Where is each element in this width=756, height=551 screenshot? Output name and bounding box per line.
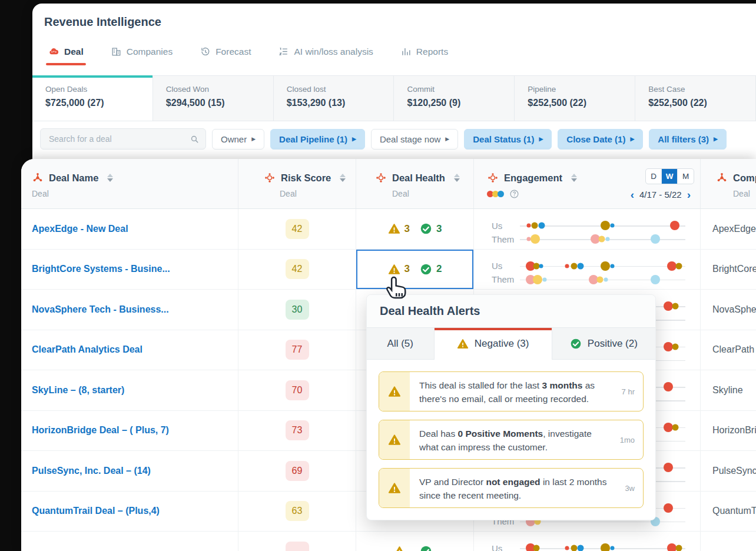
engagement-dot bbox=[565, 264, 569, 268]
deal-name-link[interactable]: ClearPath Analytics Deal bbox=[32, 344, 142, 355]
companies-icon bbox=[111, 46, 122, 57]
risk-score-badge bbox=[286, 542, 309, 551]
column-header-engagement[interactable]: Engagement DWM ‹ 4/17 - 5/22 › bbox=[474, 159, 701, 208]
engagement-dot bbox=[651, 275, 660, 284]
deal-name-link[interactable]: SkyLine – (8, starter) bbox=[32, 385, 124, 396]
freddy-ai-icon bbox=[487, 172, 499, 184]
us-label: Us bbox=[492, 543, 520, 551]
filter-chip-owner[interactable]: Owner▶ bbox=[212, 129, 264, 150]
popup-tab-negative-3-[interactable]: Negative (3) bbox=[435, 328, 552, 360]
filter-chip-deal-status-1-[interactable]: Deal Status (1)▶ bbox=[464, 129, 552, 150]
summary-card-open-deals[interactable]: Open Deals$725,000 (27) bbox=[32, 76, 153, 121]
header-panel: Revenue Intelligence DealCompaniesForeca… bbox=[32, 4, 756, 159]
sort-control[interactable] bbox=[454, 174, 460, 182]
hubspot-sprocket-icon bbox=[32, 172, 44, 184]
filter-chip-deal-stage-now[interactable]: Deal stage now▶ bbox=[371, 129, 458, 150]
reports-icon bbox=[400, 46, 412, 57]
summary-cards: Open Deals$725,000 (27)Closed Won$294,50… bbox=[32, 75, 756, 121]
filter-chip-all-filters-3-[interactable]: All filters (3)▶ bbox=[649, 129, 727, 150]
engagement-cell[interactable]: UsThem bbox=[474, 209, 701, 249]
us-timeline bbox=[520, 542, 685, 551]
risk-score-badge: 70 bbox=[286, 380, 309, 400]
deal-search[interactable] bbox=[40, 128, 206, 150]
popup-tab-all-5-[interactable]: All (5) bbox=[367, 328, 435, 360]
period-option-w[interactable]: W bbox=[662, 169, 678, 184]
chevron-right-icon: ▶ bbox=[714, 136, 718, 142]
engagement-dot bbox=[611, 224, 615, 228]
engagement-cell[interactable]: UsThem bbox=[474, 250, 701, 290]
summary-card-pipeline[interactable]: Pipeline$252,500 (22) bbox=[515, 76, 635, 121]
warning-icon bbox=[388, 263, 400, 276]
summary-card-commit[interactable]: Commit$120,250 (9) bbox=[394, 76, 515, 121]
company-name: PulseSync bbox=[712, 466, 756, 476]
period-option-d[interactable]: D bbox=[646, 169, 662, 184]
tab-deal[interactable]: Deal bbox=[48, 46, 84, 65]
table-row: BrightCore Systems - Busine...4232UsThem… bbox=[21, 250, 756, 290]
deal-name-link[interactable]: PulseSync, Inc. Deal – (14) bbox=[32, 466, 151, 476]
filter-chip-deal-pipeline-1-[interactable]: Deal Pipeline (1)▶ bbox=[270, 129, 365, 150]
chip-label: Deal stage now bbox=[380, 134, 440, 144]
sort-control[interactable] bbox=[340, 174, 346, 182]
deal-name-link[interactable]: BrightCore Systems - Busine... bbox=[32, 264, 170, 274]
column-header-deal-health[interactable]: Deal Health Deal bbox=[356, 159, 474, 208]
column-header-deal-name[interactable]: Deal Name Deal bbox=[21, 159, 238, 208]
sort-control[interactable] bbox=[571, 174, 577, 182]
alert-text: This deal is stalled for the last 3 mont… bbox=[410, 372, 643, 411]
help-icon[interactable] bbox=[509, 189, 519, 199]
engagement-dot bbox=[578, 545, 584, 551]
them-label: Them bbox=[492, 274, 520, 284]
summary-card-closed-won[interactable]: Closed Won$294,500 (15) bbox=[153, 76, 274, 121]
deal-name-link[interactable]: QuantumTrail Deal – (Plus,4) bbox=[32, 506, 160, 516]
deal-name-cell: ApexEdge - New Deal bbox=[21, 209, 238, 249]
column-header-risk-score[interactable]: Risk Score Deal bbox=[238, 159, 356, 208]
search-input[interactable] bbox=[49, 134, 190, 144]
deal-health-cell[interactable] bbox=[356, 532, 474, 551]
period-option-m[interactable]: M bbox=[678, 169, 694, 184]
deal-health-cell[interactable]: 32 bbox=[356, 250, 474, 290]
company-cell: PulseSync bbox=[701, 451, 756, 491]
company-name: ClearPath bbox=[712, 344, 754, 355]
engagement-dot bbox=[672, 424, 679, 430]
prev-date-range-icon[interactable]: ‹ bbox=[631, 189, 634, 200]
tab-forecast[interactable]: Forecast bbox=[200, 46, 251, 65]
summary-card-best-case[interactable]: Best Case$252,500 (22) bbox=[635, 76, 756, 121]
risk-score-badge: 30 bbox=[286, 300, 309, 320]
deal-name-link[interactable]: NovaSphere Tech - Business... bbox=[32, 304, 169, 315]
chip-label: Close Date (1) bbox=[566, 134, 625, 144]
engagement-dot bbox=[672, 303, 679, 310]
alert-card[interactable]: This deal is stalled for the last 3 mont… bbox=[379, 371, 644, 411]
risk-score-badge: 42 bbox=[286, 259, 309, 279]
alert-card[interactable]: Deal has 0 Positive Moments, investigate… bbox=[379, 420, 644, 460]
tab-companies[interactable]: Companies bbox=[111, 46, 173, 65]
summary-card-closed-lost[interactable]: Closed lost$153,290 (13) bbox=[274, 76, 394, 121]
engagement-dot bbox=[539, 264, 543, 268]
tab-reports[interactable]: Reports bbox=[400, 46, 448, 65]
chevron-right-icon: ▶ bbox=[445, 136, 449, 142]
sort-control[interactable] bbox=[107, 174, 113, 182]
engagement-cell[interactable]: UsThem bbox=[474, 532, 701, 551]
next-date-range-icon[interactable]: › bbox=[687, 189, 691, 200]
company-name: BrightCore bbox=[712, 264, 756, 274]
company-cell: NovaSphere bbox=[701, 290, 756, 330]
card-label: Best Case bbox=[648, 85, 742, 94]
deal-health-alerts-popup: Deal Health Alerts All (5)Negative (3)Po… bbox=[366, 294, 656, 520]
alert-card[interactable]: VP and Director not engaged in last 2 mo… bbox=[379, 468, 644, 508]
deal-health-cell[interactable]: 33 bbox=[356, 209, 474, 249]
popup-tab-positive-2-[interactable]: Positive (2) bbox=[552, 328, 655, 360]
chevron-right-icon: ▶ bbox=[539, 136, 543, 142]
column-header-company[interactable]: Company Deal bbox=[701, 159, 756, 208]
risk-score-cell: 69 bbox=[238, 451, 356, 491]
risk-score-cell: 73 bbox=[238, 411, 356, 451]
deal-icon bbox=[48, 46, 59, 57]
company-name: QuantumTrail bbox=[712, 506, 756, 516]
column-subtitle: Deal bbox=[375, 189, 473, 198]
filter-chip-close-date-1-[interactable]: Close Date (1)▶ bbox=[558, 129, 643, 150]
deal-name-link[interactable]: ApexEdge - New Deal bbox=[32, 224, 128, 234]
engagement-dot bbox=[604, 277, 608, 281]
deal-name-link[interactable]: HorizonBridge Deal – ( Plus, 7) bbox=[32, 425, 169, 436]
engagement-dot bbox=[533, 545, 540, 551]
column-title: Deal Health bbox=[392, 172, 445, 184]
engagement-dot bbox=[664, 382, 673, 391]
tab-ai-win-loss-analysis[interactable]: AI win/loss analysis bbox=[278, 46, 373, 65]
risk-score-badge: 63 bbox=[286, 501, 309, 521]
